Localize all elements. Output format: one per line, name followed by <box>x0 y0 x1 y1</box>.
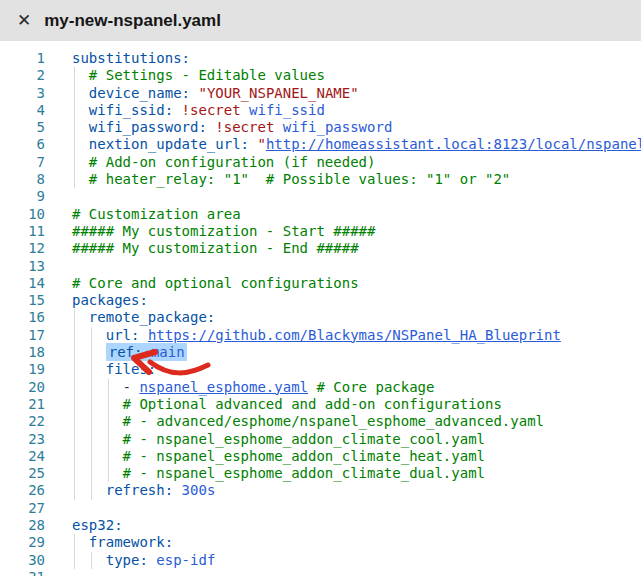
code-token-key: url: <box>106 327 140 343</box>
code-line[interactable]: 14# Core and optional configurations <box>0 275 641 292</box>
code-line[interactable]: 1substitutions: <box>0 50 641 67</box>
code-line[interactable]: 9 <box>0 188 641 205</box>
line-number: 24 <box>0 448 45 465</box>
code-line[interactable]: 7 # Add-on configuration (if needed) <box>0 154 641 171</box>
code-line[interactable]: 13 <box>0 258 641 275</box>
indent-guide <box>91 396 92 413</box>
code-line[interactable]: 28esp32: <box>0 517 641 534</box>
code-line[interactable]: 8 # heater_relay: "1" # Possible values:… <box>0 171 641 188</box>
code-line[interactable]: 5 wifi_password: !secret wifi_password <box>0 119 641 136</box>
code-line-text: # Core and optional configurations <box>72 275 641 292</box>
code-line-text: url: https://github.com/Blackymas/NSPane… <box>72 327 641 344</box>
indent-guide <box>74 344 75 361</box>
line-number: 19 <box>0 361 45 378</box>
line-number: 12 <box>0 240 45 257</box>
indent-guide <box>74 136 75 153</box>
code-line[interactable]: 29 framework: <box>0 534 641 551</box>
line-number: 25 <box>0 465 45 482</box>
code-token-key: type: <box>106 552 148 568</box>
editor-header: ✕ my-new-nspanel.yaml <box>0 0 641 41</box>
code-line[interactable]: 20 - nspanel_esphome.yaml # Core package <box>0 379 641 396</box>
close-icon[interactable]: ✕ <box>17 12 31 29</box>
code-line[interactable]: 3 device_name: "YOUR_NSPANEL_NAME" <box>0 85 641 102</box>
code-token-key: ref: <box>109 344 143 360</box>
code-token-key: substitutions: <box>72 50 190 66</box>
line-number: 9 <box>0 188 45 205</box>
code-line-text: esp32: <box>72 517 641 534</box>
indent-guide <box>108 465 109 482</box>
code-line[interactable]: 27 <box>0 500 641 517</box>
code-line[interactable]: 19 files: <box>0 361 641 378</box>
code-line[interactable]: 18 ref:·main <box>0 344 641 361</box>
code-line[interactable]: 24 # - nspanel_esphome_addon_climate_hea… <box>0 448 641 465</box>
code-line[interactable]: 16 remote_package: <box>0 309 641 326</box>
code-token-link: nspanel_esphome.yaml <box>139 379 308 395</box>
indent-guide <box>74 448 75 465</box>
line-number: 16 <box>0 309 45 326</box>
code-line[interactable]: 31 <box>0 569 641 576</box>
code-token-plain <box>72 448 123 464</box>
indent-guide <box>74 309 75 326</box>
indent-guide <box>74 379 75 396</box>
code-token-plain <box>72 431 123 447</box>
indent-guide <box>74 327 75 344</box>
code-line[interactable]: 22 # - advanced/esphome/nspanel_esphome_… <box>0 413 641 430</box>
code-line[interactable]: 30 type: esp-idf <box>0 552 641 569</box>
code-token-value: wifi_password <box>283 119 393 135</box>
code-token-value: 300s <box>182 482 216 498</box>
code-token-plain <box>72 482 106 498</box>
indent-guide <box>74 102 75 119</box>
code-line-text: wifi_ssid: !secret wifi_ssid <box>72 102 641 119</box>
code-line-text: remote_package: <box>72 309 641 326</box>
code-token-plain <box>139 327 147 343</box>
code-line[interactable]: 15packages: <box>0 292 641 309</box>
indent-guide <box>108 448 109 465</box>
code-editor[interactable]: 1substitutions:2 # Settings - Editable v… <box>0 41 641 576</box>
indent-guide <box>91 361 92 378</box>
line-number: 26 <box>0 482 45 499</box>
line-number: 13 <box>0 258 45 275</box>
code-token-link: http://homeassistant.local:8123/local/ns… <box>266 136 641 152</box>
code-editor-lines: 1substitutions:2 # Settings - Editable v… <box>0 50 641 576</box>
code-line-text: type: esp-idf <box>72 552 641 569</box>
code-line-text: # Settings - Editable values <box>72 67 641 84</box>
code-line[interactable]: 4 wifi_ssid: !secret wifi_ssid <box>0 102 641 119</box>
indent-guide <box>74 465 75 482</box>
code-line-text: substitutions: <box>72 50 641 67</box>
line-number: 5 <box>0 119 45 136</box>
code-line[interactable]: 2 # Settings - Editable values <box>0 67 641 84</box>
code-token-comment: # Optional advanced and add-on configura… <box>123 396 502 412</box>
code-line[interactable]: 12##### My customization - End ##### <box>0 240 641 257</box>
code-token-key: files: <box>106 361 157 377</box>
indent-guide <box>74 431 75 448</box>
line-number: 23 <box>0 431 45 448</box>
code-line[interactable]: 21 # Optional advanced and add-on config… <box>0 396 641 413</box>
line-number: 11 <box>0 223 45 240</box>
code-token-comment: # - nspanel_esphome_addon_climate_heat.y… <box>123 448 485 464</box>
code-token-plain: - <box>72 379 139 395</box>
code-line[interactable]: 10# Customization area <box>0 206 641 223</box>
code-line-text: files: <box>72 361 641 378</box>
code-line[interactable]: 17 url: https://github.com/Blackymas/NSP… <box>0 327 641 344</box>
code-token-comment: # heater_relay: "1" # Possible values: "… <box>89 171 510 187</box>
code-line[interactable]: 23 # - nspanel_esphome_addon_climate_coo… <box>0 431 641 448</box>
code-line[interactable]: 11##### My customization - Start ##### <box>0 223 641 240</box>
code-line[interactable]: 26 refresh: 300s <box>0 482 641 499</box>
code-token-key: packages: <box>72 292 148 308</box>
code-token-key: refresh: <box>106 482 173 498</box>
line-number: 14 <box>0 275 45 292</box>
line-number: 10 <box>0 206 45 223</box>
code-line-text: ##### My customization - End ##### <box>72 240 641 257</box>
code-token-comment: # - advanced/esphome/nspanel_esphome_adv… <box>123 413 544 429</box>
code-token-plain <box>72 552 106 568</box>
code-token-comment: # Core package <box>316 379 434 395</box>
code-token-key: remote_package: <box>89 309 215 325</box>
code-token-comment: ##### My customization - End ##### <box>72 240 359 256</box>
code-line[interactable]: 6 nextion_update_url: "http://homeassist… <box>0 136 641 153</box>
code-token-plain <box>241 102 249 118</box>
code-line[interactable]: 25 # - nspanel_esphome_addon_climate_dua… <box>0 465 641 482</box>
indent-guide <box>74 534 75 551</box>
indent-guide <box>91 344 92 361</box>
code-token-key: wifi_ssid: <box>89 102 173 118</box>
indent-guide <box>74 396 75 413</box>
